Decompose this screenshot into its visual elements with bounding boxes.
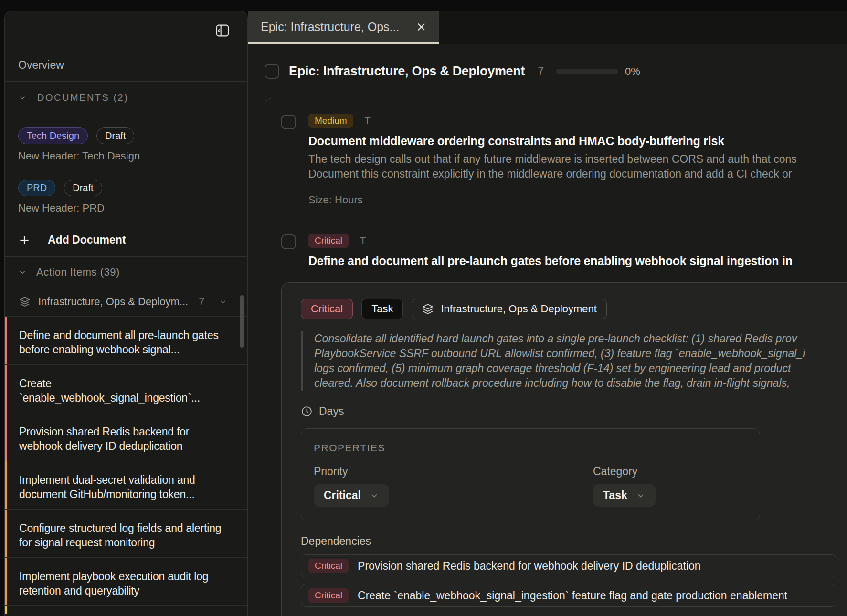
tab-label: Epic: Infrastructure, Ops...: [261, 20, 406, 34]
sidebar: Overview DOCUMENTS (2) Tech Design Draft…: [4, 11, 248, 616]
overview-label: Overview: [18, 59, 64, 72]
epic-task-count: 7: [538, 65, 544, 78]
task-type-letter: T: [365, 116, 371, 127]
chevron-down-icon: [636, 491, 646, 500]
task-description-line: Document this constraint explicitly in t…: [308, 167, 847, 181]
action-item[interactable]: Implement dual-secret validation and doc…: [5, 461, 247, 509]
task-description-line: The tech design calls out that if any fu…: [308, 152, 847, 167]
category-dropdown-value: Task: [603, 489, 627, 502]
priority-badge: Critical: [308, 234, 349, 248]
plus-icon: [18, 234, 31, 246]
category-chip[interactable]: Infrastructure, Ops & Deployment: [412, 299, 606, 319]
epic-progress-bar: [556, 69, 618, 74]
priority-badge: Medium: [308, 114, 353, 128]
action-items-header-label: Action Items (39): [36, 266, 120, 278]
main-panel: Epic: Infrastructure, Ops... Epic: Infra…: [248, 11, 847, 616]
action-item[interactable]: Define and document all pre-launch gates…: [5, 316, 247, 364]
properties-header: PROPERTIES: [314, 442, 747, 454]
document-item[interactable]: PRD Draft New Header: PRD: [18, 180, 234, 214]
doc-type-badge: PRD: [18, 180, 55, 196]
sidebar-item-overview[interactable]: Overview: [5, 49, 247, 82]
dependencies-header: Dependencies: [301, 535, 847, 548]
dependency-text: Create `enable_webhook_signal_ingestion`…: [358, 589, 787, 602]
detail-chips: Critical Task Infrastructure, Ops & Depl…: [301, 299, 847, 319]
action-item[interactable]: Provision shared Redis backend for webho…: [5, 413, 247, 461]
priority-label: Priority: [314, 465, 593, 478]
action-item-label: Create `enable_webhook_signal_ingestion`…: [19, 376, 227, 405]
chevron-down-icon[interactable]: [219, 297, 227, 306]
clock-icon: [301, 405, 313, 417]
documents-header-label: DOCUMENTS (2): [37, 92, 128, 103]
quote-line: cleared. Also document rollback procedur…: [314, 376, 847, 391]
action-item[interactable]: Configure structured log fields and aler…: [5, 509, 247, 557]
effort-row: Days: [301, 405, 847, 418]
chevron-down-icon: [18, 94, 27, 102]
task-list-card: Medium T Document middleware ordering co…: [265, 98, 847, 616]
tab-epic[interactable]: Epic: Infrastructure, Ops...: [248, 11, 439, 44]
task-title[interactable]: Document middleware ordering constraints…: [308, 134, 847, 148]
action-item[interactable]: Create `enable_webhook_signal_ingestion`…: [5, 364, 247, 413]
priority-dropdown[interactable]: Critical: [314, 484, 389, 507]
doc-status-badge: Draft: [96, 127, 134, 144]
doc-title[interactable]: New Header: Tech Design: [18, 150, 234, 162]
task-row[interactable]: Medium T Document middleware ordering co…: [265, 98, 847, 218]
documents-list: Tech Design Draft New Header: Tech Desig…: [5, 114, 247, 257]
tab-bar: Epic: Infrastructure, Ops...: [248, 11, 847, 44]
add-document-label: Add Document: [48, 234, 126, 246]
epic-checkbox[interactable]: [265, 64, 279, 79]
documents-section-header[interactable]: DOCUMENTS (2): [5, 82, 247, 114]
dependency-item[interactable]: Critical Provision shared Redis backend …: [301, 554, 836, 577]
dependencies-section: Dependencies Critical Provision shared R…: [301, 535, 847, 607]
doc-title[interactable]: New Header: PRD: [18, 202, 234, 214]
doc-type-badge: Tech Design: [18, 127, 88, 144]
task-row[interactable]: Critical T Define and document all pre-l…: [265, 218, 847, 268]
action-items-section-header[interactable]: Action Items (39): [5, 257, 247, 287]
severity-bar: [5, 558, 7, 605]
group-label: Infrastructure, Ops & Deploym...: [38, 296, 188, 308]
epic-header: Epic: Infrastructure, Ops & Deployment 7…: [265, 64, 847, 79]
action-item-label: Implement dual-secret validation and doc…: [19, 473, 227, 501]
sidebar-header: [5, 11, 247, 49]
sidebar-scrollbar-thumb[interactable]: [240, 295, 244, 348]
task-quote-description: Consolidate all identified hard launch g…: [301, 331, 847, 391]
task-checkbox[interactable]: [281, 234, 296, 249]
action-item-label: Define and document all pre-launch gates…: [19, 328, 227, 357]
action-items-group[interactable]: Infrastructure, Ops & Deploym... 7: [5, 287, 247, 316]
task-title[interactable]: Define and document all pre-launch gates…: [308, 254, 847, 268]
type-chip[interactable]: Task: [361, 299, 403, 319]
document-item[interactable]: Tech Design Draft New Header: Tech Desig…: [18, 127, 234, 162]
action-item-label: Configure structured log fields and aler…: [19, 521, 227, 550]
priority-chip[interactable]: Critical: [301, 299, 353, 319]
task-detail-panel: Critical Task Infrastructure, Ops & Depl…: [281, 282, 847, 616]
epic-title: Epic: Infrastructure, Ops & Deployment: [289, 64, 525, 79]
action-item-partial[interactable]: [5, 605, 247, 614]
dependency-priority-badge: Critical: [308, 588, 349, 603]
dependency-text: Provision shared Redis backend for webho…: [358, 560, 701, 573]
quote-line: logs confirmed, (5) minimum graph covera…: [314, 361, 847, 376]
quote-line: PlaybookService SSRF outbound URL allowl…: [314, 346, 847, 361]
dependency-priority-badge: Critical: [308, 559, 349, 573]
dependency-item[interactable]: Critical Create `enable_webhook_signal_i…: [301, 584, 836, 607]
action-item[interactable]: Implement playbook execution audit log r…: [5, 557, 247, 605]
task-type-letter: T: [360, 235, 366, 246]
severity-bar: [5, 365, 7, 413]
epic-content: Epic: Infrastructure, Ops & Deployment 7…: [248, 64, 847, 616]
effort-label: Days: [319, 405, 344, 418]
severity-bar: [5, 606, 7, 614]
task-checkbox[interactable]: [281, 115, 296, 129]
category-dropdown[interactable]: Task: [593, 484, 656, 507]
category-label: Category: [593, 465, 656, 478]
add-document-button[interactable]: Add Document: [18, 234, 234, 246]
epic-progress-percent: 0%: [625, 65, 640, 78]
category-chip-label: Infrastructure, Ops & Deployment: [441, 303, 596, 315]
action-item-label: Provision shared Redis backend for webho…: [19, 425, 227, 453]
close-icon[interactable]: [416, 21, 427, 32]
severity-bar: [5, 413, 7, 461]
collapse-sidebar-button[interactable]: [215, 23, 230, 38]
layers-icon: [19, 296, 31, 308]
doc-status-badge: Draft: [64, 180, 102, 196]
task-size-label: Size: Hours: [308, 194, 847, 206]
severity-bar: [5, 317, 7, 364]
priority-dropdown-value: Critical: [324, 489, 361, 502]
chevron-down-icon: [370, 491, 379, 500]
